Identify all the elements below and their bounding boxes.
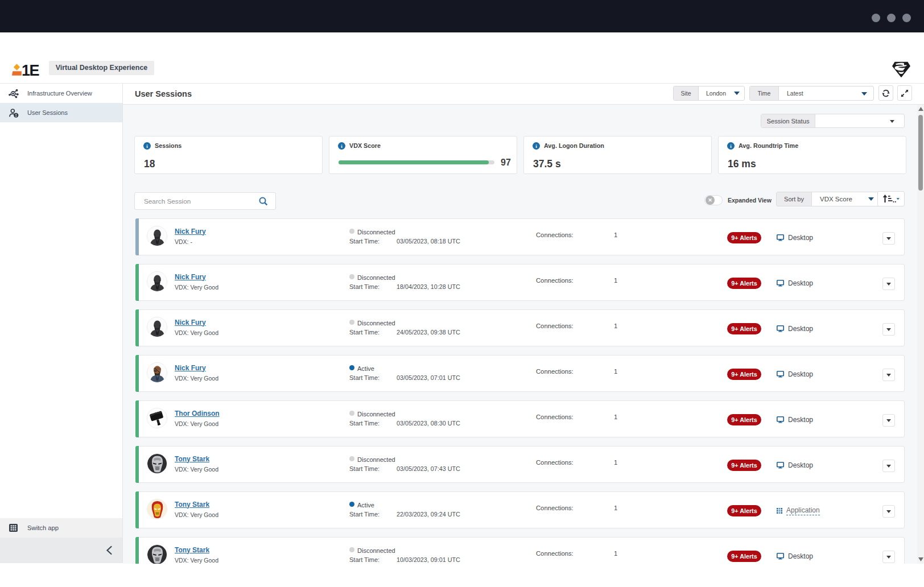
svg-text:1E: 1E bbox=[22, 62, 39, 77]
